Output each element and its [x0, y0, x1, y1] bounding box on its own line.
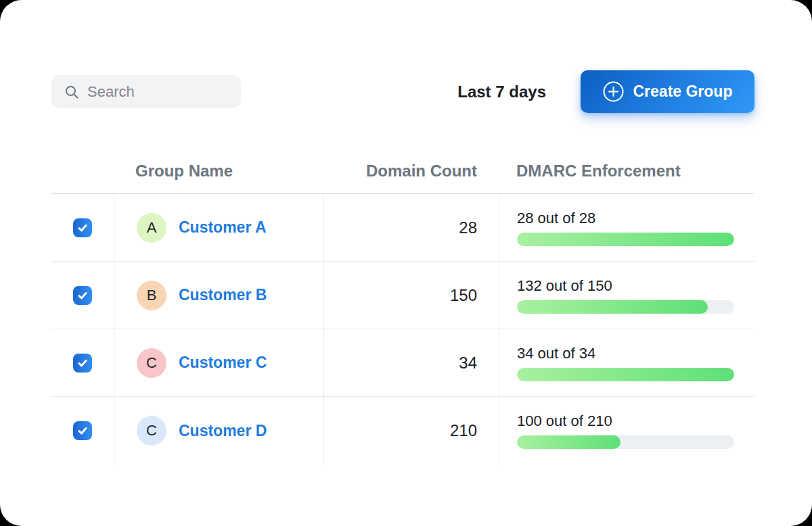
search-box[interactable] [51, 75, 241, 108]
group-name-cell: B Customer B [114, 262, 323, 329]
dmarc-enforcement-cell: 100 out of 210 [499, 397, 754, 464]
row-checkbox-cell [51, 262, 114, 329]
table-header: Group Name Domain Count DMARC Enforcemen… [51, 149, 754, 194]
check-icon [77, 358, 88, 368]
dmarc-progress-track [517, 435, 734, 449]
group-name-cell: C Customer C [114, 329, 323, 396]
check-icon [77, 425, 88, 436]
domain-count-value: 28 [459, 218, 477, 237]
row-checkbox-cell [51, 397, 114, 464]
search-icon [64, 84, 80, 100]
domain-count-cell: 34 [323, 329, 499, 396]
dmarc-progress-fill [517, 300, 708, 314]
row-checkbox[interactable] [73, 218, 92, 237]
column-header-domain-count: Domain Count [323, 162, 499, 181]
table-row: C Customer C 34 34 out of 34 [51, 329, 754, 397]
column-header-group-name: Group Name [114, 162, 323, 181]
row-checkbox-cell [51, 194, 114, 261]
dmarc-label: 132 out of 150 [517, 277, 734, 295]
domain-count-cell: 28 [323, 194, 499, 261]
customer-name-link[interactable]: Customer D [179, 422, 267, 440]
groups-table: Group Name Domain Count DMARC Enforcemen… [51, 149, 754, 464]
dmarc-enforcement-cell: 132 out of 150 [499, 262, 754, 329]
customer-name-link[interactable]: Customer A [179, 218, 267, 237]
dmarc-enforcement-cell: 34 out of 34 [499, 329, 754, 396]
check-icon [77, 290, 88, 301]
group-name-cell: C Customer D [114, 397, 323, 464]
dmarc-progress-fill [517, 435, 621, 449]
search-input[interactable] [87, 83, 230, 101]
customer-name-link[interactable]: Customer C [179, 354, 267, 372]
domain-count-value: 150 [450, 286, 477, 305]
avatar: B [137, 281, 166, 310]
domain-count-value: 210 [450, 421, 477, 440]
avatar-letter: B [147, 287, 157, 304]
group-name-cell: A Customer A [114, 194, 323, 261]
dmarc-progress-track [517, 233, 734, 246]
groups-panel: Last 7 days Create Group Group Name Doma… [0, 0, 812, 526]
customer-name-link[interactable]: Customer B [179, 286, 267, 304]
plus-circle-icon [603, 81, 624, 102]
avatar: A [137, 213, 166, 243]
table-row: A Customer A 28 28 out of 28 [51, 194, 754, 262]
row-checkbox[interactable] [73, 286, 92, 305]
row-checkbox[interactable] [73, 421, 92, 440]
dmarc-label: 28 out of 28 [517, 210, 734, 227]
dmarc-enforcement-cell: 28 out of 28 [499, 194, 754, 261]
avatar: C [137, 416, 166, 446]
dmarc-progress-fill [517, 233, 734, 246]
domain-count-value: 34 [459, 354, 477, 373]
column-header-dmarc-enforcement: DMARC Enforcement [499, 162, 754, 181]
dmarc-label: 34 out of 34 [517, 345, 734, 362]
dmarc-progress-track [517, 300, 734, 314]
create-group-label: Create Group [633, 82, 733, 101]
dmarc-progress-fill [517, 368, 734, 381]
date-range-filter[interactable]: Last 7 days [457, 82, 546, 101]
row-checkbox[interactable] [73, 354, 92, 373]
row-checkbox-cell [51, 329, 114, 396]
table-body: A Customer A 28 28 out of 28 B Cus [51, 194, 754, 464]
create-group-button[interactable]: Create Group [581, 70, 754, 113]
dmarc-label: 100 out of 210 [517, 412, 734, 430]
domain-count-cell: 210 [323, 397, 499, 464]
avatar-letter: A [147, 219, 157, 237]
table-row: C Customer D 210 100 out of 210 [51, 397, 754, 464]
check-icon [77, 222, 88, 233]
table-row: B Customer B 150 132 out of 150 [51, 262, 754, 329]
avatar: C [137, 348, 166, 378]
avatar-letter: C [146, 354, 157, 372]
toolbar: Last 7 days Create Group [51, 70, 754, 113]
domain-count-cell: 150 [323, 262, 499, 329]
avatar-letter: C [146, 422, 157, 439]
dmarc-progress-track [517, 368, 734, 381]
